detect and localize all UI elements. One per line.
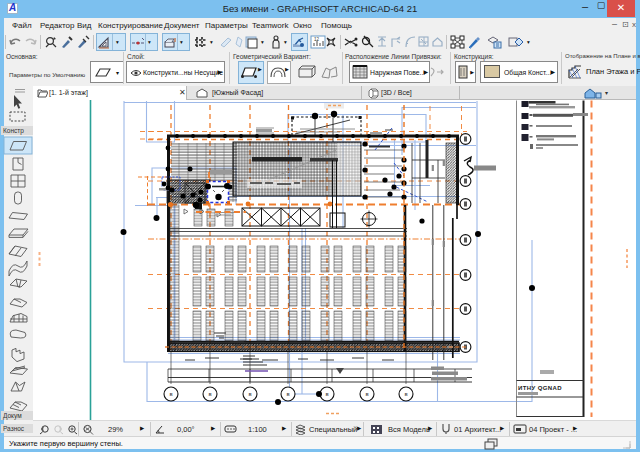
svg-text:Разнос: Разнос: [3, 425, 25, 432]
svg-text:в: в: [404, 391, 407, 397]
svg-text:в: в: [325, 391, 328, 397]
svg-text:в: в: [248, 391, 251, 397]
svg-text:в: в: [208, 391, 211, 397]
svg-text:12: 12: [314, 37, 320, 42]
svg-text:ИТНУ QGNAD: ИТНУ QGNAD: [518, 385, 562, 391]
svg-text:в: в: [365, 391, 368, 397]
svg-text:Констр: Констр: [3, 127, 24, 135]
svg-text:в: в: [286, 391, 289, 397]
svg-text:в: в: [169, 391, 172, 397]
svg-text:Докум: Докум: [3, 412, 22, 420]
